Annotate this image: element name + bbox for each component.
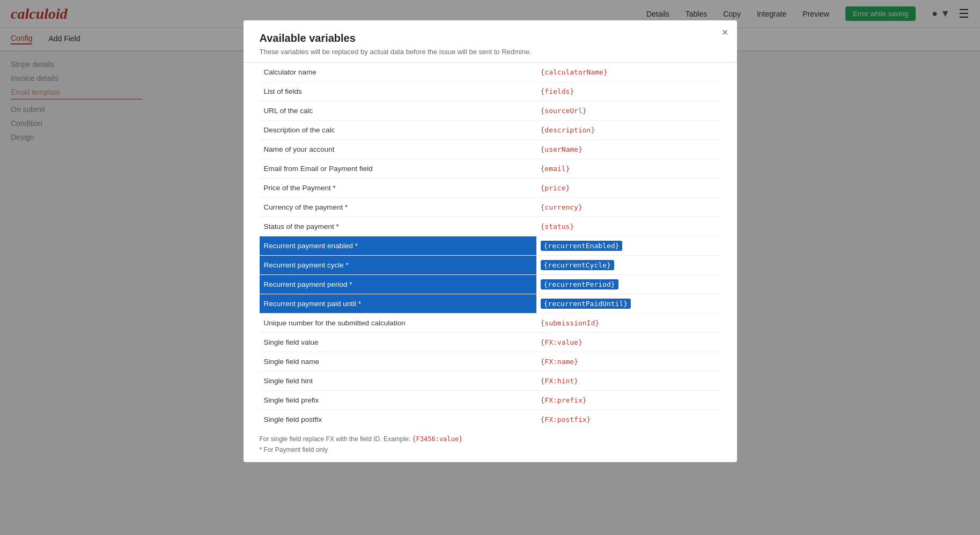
table-row: Single field prefix{FX:prefix}	[260, 391, 721, 410]
modal-header: Available variables These variables will…	[244, 20, 737, 63]
variable-code: {email}	[536, 159, 721, 179]
variable-label: Recurrent payment period *	[260, 275, 536, 294]
variables-table: Calculator name{calculatorName}List of f…	[260, 63, 721, 429]
variable-label: Recurrent payment cycle *	[260, 256, 536, 275]
variable-code: {submissionId}	[536, 314, 721, 333]
variable-code: {FX:hint}	[536, 371, 721, 391]
variable-code: {fields}	[536, 82, 721, 101]
variable-label: Name of your account	[260, 140, 536, 159]
modal-close-button[interactable]: ×	[722, 27, 728, 38]
table-row: URL of the calc{sourceUrl}	[260, 101, 721, 121]
variable-label: Unique number for the submitted calculat…	[260, 314, 536, 333]
table-row: Description of the calc{description}	[260, 121, 721, 140]
table-row: Single field value{FX:value}	[260, 333, 721, 352]
table-row: Single field postfix{FX:postfix}	[260, 410, 721, 429]
variable-label: Price of the Payment *	[260, 179, 536, 198]
table-row: List of fields{fields}	[260, 82, 721, 101]
footer-note: For single field replace FX with the fie…	[260, 435, 721, 443]
variable-code: {userName}	[536, 140, 721, 159]
table-row: Unique number for the submitted calculat…	[260, 314, 721, 333]
variable-label: Single field name	[260, 352, 536, 371]
variable-code: {price}	[536, 179, 721, 198]
variable-label: Description of the calc	[260, 121, 536, 140]
variable-label: Calculator name	[260, 63, 536, 82]
table-row: Calculator name{calculatorName}	[260, 63, 721, 82]
table-row: Status of the payment *{status}	[260, 217, 721, 236]
variable-label: Single field prefix	[260, 391, 536, 410]
variable-code: {FX:postfix}	[536, 410, 721, 429]
variable-label: List of fields	[260, 82, 536, 101]
table-row: Recurrent payment cycle *{recurrentCycle…	[260, 256, 721, 275]
table-row: Price of the Payment *{price}	[260, 179, 721, 198]
variable-label: Single field value	[260, 333, 536, 352]
variable-code: {calculatorName}	[536, 63, 721, 82]
available-variables-modal: Available variables These variables will…	[244, 20, 737, 462]
table-row: Recurrent payment period *{recurrentPeri…	[260, 275, 721, 294]
variable-label: Single field hint	[260, 371, 536, 391]
variable-label: Status of the payment *	[260, 217, 536, 236]
table-row: Single field hint{FX:hint}	[260, 371, 721, 391]
variable-code: {FX:value}	[536, 333, 721, 352]
variable-code: {description}	[536, 121, 721, 140]
table-row: Single field name{FX:name}	[260, 352, 721, 371]
modal-overlay: Available variables These variables will…	[0, 0, 980, 535]
table-row: Recurrent payment enabled *{recurrentEna…	[260, 236, 721, 256]
variable-code: {currency}	[536, 198, 721, 217]
modal-subtitle: These variables will be replaced by actu…	[260, 48, 721, 56]
footer-asterisk: * For Payment field only	[260, 446, 721, 454]
table-row: Currency of the payment *{currency}	[260, 198, 721, 217]
variable-code: {sourceUrl}	[536, 101, 721, 121]
variable-code: {recurrentCycle}	[536, 256, 721, 275]
variable-label: Email from Email or Payment field	[260, 159, 536, 179]
variable-code: {recurrentEnabled}	[536, 236, 721, 256]
variable-code: {recurrentPeriod}	[536, 275, 721, 294]
modal-title: Available variables	[260, 32, 721, 44]
variable-label: Currency of the payment *	[260, 198, 536, 217]
variable-label: Recurrent payment enabled *	[260, 236, 536, 256]
variable-code: {recurrentPaidUntil}	[536, 294, 721, 314]
modal-body: Calculator name{calculatorName}List of f…	[244, 63, 737, 429]
variable-code: {status}	[536, 217, 721, 236]
variable-label: Single field postfix	[260, 410, 536, 429]
variable-code: {FX:prefix}	[536, 391, 721, 410]
variable-label: Recurrent payment paid until *	[260, 294, 536, 314]
footer-example: {F3456:value}	[412, 435, 462, 443]
table-row: Name of your account{userName}	[260, 140, 721, 159]
modal-footer: For single field replace FX with the fie…	[244, 429, 737, 462]
variable-label: URL of the calc	[260, 101, 536, 121]
table-row: Email from Email or Payment field{email}	[260, 159, 721, 179]
table-row: Recurrent payment paid until *{recurrent…	[260, 294, 721, 314]
variable-code: {FX:name}	[536, 352, 721, 371]
